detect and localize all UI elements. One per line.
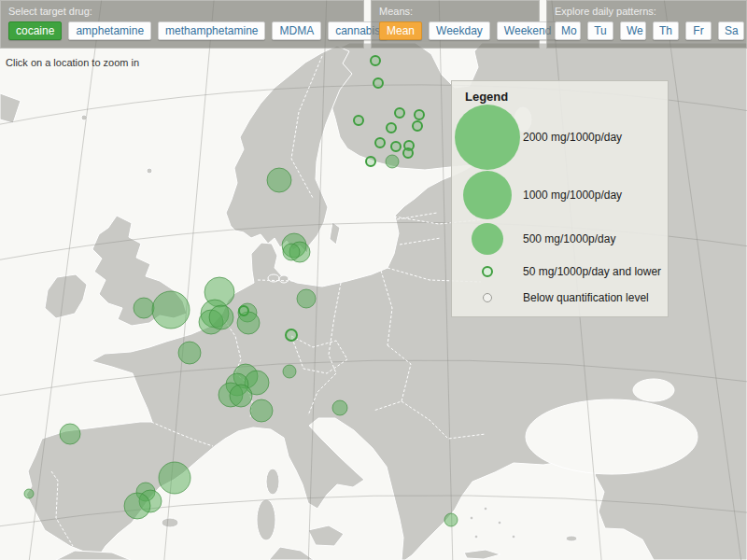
drug-button-mdma[interactable]: MDMA xyxy=(272,21,321,40)
city-bubble[interactable] xyxy=(415,110,424,119)
island-sardinia xyxy=(257,499,275,540)
city-bubble[interactable] xyxy=(286,329,297,341)
means-panel-label: Means: xyxy=(379,6,539,17)
daily-patterns-panel: Explore daily patterns: Mo Tu We Th Fr S… xyxy=(546,0,747,49)
legend-circle-2000 xyxy=(455,105,520,170)
legend-circle-1000 xyxy=(463,171,512,219)
island-aegean-3 xyxy=(498,521,501,525)
city-bubble[interactable] xyxy=(159,462,190,494)
city-bubble[interactable] xyxy=(209,305,233,329)
city-bubble[interactable] xyxy=(230,385,252,407)
city-bubble[interactable] xyxy=(403,148,413,158)
city-bubble[interactable] xyxy=(374,78,383,88)
drug-selector-panel: Select target drug: cocaine amphetamine … xyxy=(0,0,364,49)
day-button-tu[interactable]: Tu xyxy=(587,21,613,40)
city-bubble[interactable] xyxy=(178,342,201,364)
island-mallorca xyxy=(162,518,178,527)
city-bubble[interactable] xyxy=(124,493,150,519)
legend-label-50: 50 mg/1000p/day and lower xyxy=(523,265,661,278)
city-bubble[interactable] xyxy=(250,399,273,422)
island-aegean-4 xyxy=(512,535,515,539)
city-bubble[interactable] xyxy=(366,157,375,166)
island-aegean-5 xyxy=(474,535,478,539)
city-bubble[interactable] xyxy=(267,168,291,192)
day-button-fr[interactable]: Fr xyxy=(685,21,712,40)
black-sea xyxy=(526,399,698,474)
city-bubble[interactable] xyxy=(332,400,347,415)
means-button-weekday[interactable]: Weekday xyxy=(429,21,490,40)
day-button-th[interactable]: Th xyxy=(653,21,679,40)
city-bubble[interactable] xyxy=(387,123,396,133)
legend-row-50: 50 mg/1000p/day and lower xyxy=(452,259,668,285)
sea-of-azov xyxy=(633,379,674,401)
island-cyprus xyxy=(566,536,577,541)
legend-label-below-quantification: Below quantification level xyxy=(523,291,649,304)
legend-box: Legend 2000 mg/1000p/day 1000 mg/1000p/d… xyxy=(451,80,669,317)
legend-circle-50 xyxy=(482,266,493,277)
city-bubble[interactable] xyxy=(371,56,380,65)
city-bubble[interactable] xyxy=(283,365,296,378)
city-bubble[interactable] xyxy=(354,116,363,125)
legend-circle-below-quantification xyxy=(483,293,492,302)
days-panel-label: Explore daily patterns: xyxy=(555,6,746,17)
city-bubble[interactable] xyxy=(375,138,385,147)
day-button-sa[interactable]: Sa xyxy=(718,21,744,40)
city-bubble[interactable] xyxy=(60,424,80,444)
drug-button-amphetamine[interactable]: amphetamine xyxy=(68,21,151,40)
legend-row-2000: 2000 mg/1000p/day xyxy=(452,104,668,171)
legend-label-2000: 2000 mg/1000p/day xyxy=(523,131,622,144)
drug-button-methamphetamine[interactable]: methamphetamine xyxy=(158,21,265,40)
legend-row-below-quantification: Below quantification level xyxy=(452,285,668,311)
legend-label-1000: 1000 mg/1000p/day xyxy=(523,189,622,202)
means-button-mean[interactable]: Mean xyxy=(379,21,422,40)
island-funen xyxy=(279,275,289,283)
legend-title: Legend xyxy=(465,90,668,104)
legend-circle-500 xyxy=(472,223,503,255)
day-button-mo[interactable]: Mo xyxy=(555,21,581,40)
island-aegean-2 xyxy=(484,507,487,511)
city-bubble[interactable] xyxy=(24,489,34,498)
means-selector-panel: Means: Mean Weekday Weekend xyxy=(371,0,540,49)
city-bubble[interactable] xyxy=(413,121,422,131)
legend-row-1000: 1000 mg/1000p/day xyxy=(452,171,668,219)
city-bubble[interactable] xyxy=(395,108,404,118)
island-corsica xyxy=(266,469,279,495)
city-bubble[interactable] xyxy=(391,142,401,151)
city-bubble[interactable] xyxy=(239,306,248,315)
city-bubble[interactable] xyxy=(134,298,154,318)
legend-label-500: 500 mg/1000p/day xyxy=(523,232,615,245)
wastewater-map-app: Select target drug: cocaine amphetamine … xyxy=(0,0,747,560)
island-shetland xyxy=(147,168,152,174)
drug-button-cocaine[interactable]: cocaine xyxy=(8,21,62,40)
city-bubble[interactable] xyxy=(386,155,399,168)
island-aegean-1 xyxy=(470,516,473,520)
city-bubble[interactable] xyxy=(444,513,458,526)
city-bubble[interactable] xyxy=(283,244,300,260)
drug-panel-label: Select target drug: xyxy=(8,6,363,17)
city-bubble[interactable] xyxy=(297,289,316,308)
legend-row-500: 500 mg/1000p/day xyxy=(452,219,668,259)
day-button-we[interactable]: We xyxy=(620,21,646,40)
zoom-hint-text: Click on a location to zoom in xyxy=(6,57,139,68)
city-bubble[interactable] xyxy=(152,291,190,329)
